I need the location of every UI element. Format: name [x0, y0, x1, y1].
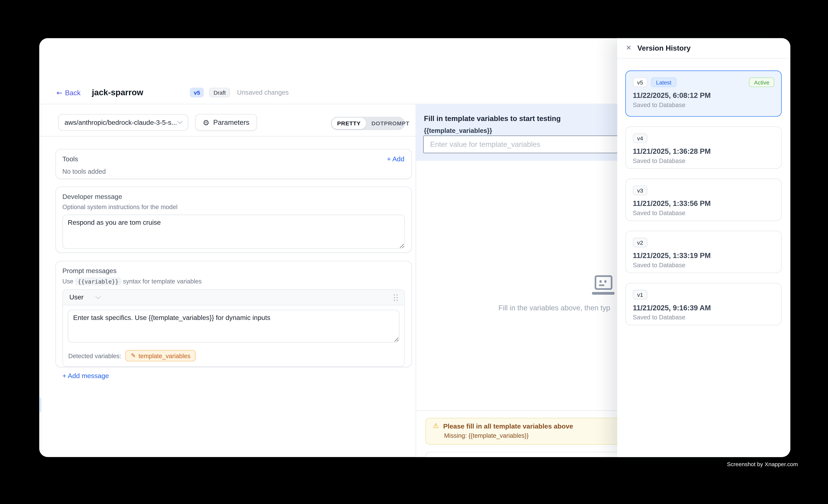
version-timestamp: 11/21/2025, 1:33:56 PM: [633, 200, 774, 208]
active-badge: Active: [749, 77, 774, 87]
subtitle-suffix: syntax for template variables: [123, 278, 202, 284]
version-card-v4[interactable]: v411/21/2025, 1:36:28 PMSaved to Databas…: [625, 126, 782, 169]
test-panel-title: Fill in template variables to start test…: [424, 115, 561, 123]
toggle-dotprompt[interactable]: DOTPROMPT: [366, 118, 415, 129]
tools-title: Tools: [62, 156, 405, 163]
toast-edge: [39, 397, 41, 412]
warning-icon: ⚠: [433, 423, 439, 429]
version-status: Saved to Database: [633, 210, 774, 216]
bot-icon: [592, 275, 615, 294]
detected-variable-badge[interactable]: ✎ template_variables: [126, 350, 196, 361]
title-row: ← Back jack-sparrow v5 Draft Unsaved cha…: [56, 85, 289, 99]
developer-message-textarea[interactable]: Respond as you are tom cruise: [62, 215, 405, 249]
page-title: jack-sparrow: [92, 88, 143, 97]
version-timestamp: 11/21/2025, 1:33:19 PM: [633, 252, 774, 260]
warning-title: Please fill in all template variables ab…: [443, 422, 573, 430]
unsaved-changes-text: Unsaved changes: [237, 89, 289, 96]
version-number-badge: v4: [633, 133, 647, 143]
version-card-v2[interactable]: v211/21/2025, 1:33:19 PMSaved to Databas…: [625, 231, 782, 273]
watermark-text: Screenshot by Xnapper.com: [727, 461, 798, 467]
version-badge: v5: [190, 88, 204, 97]
version-history-header: ✕ Version History: [617, 38, 790, 59]
chevron-down-icon: [177, 119, 182, 124]
latest-badge: Latest: [651, 77, 676, 87]
back-label: Back: [65, 88, 81, 96]
parameters-label: Parameters: [213, 118, 249, 126]
detected-variables-label: Detected variables:: [68, 352, 121, 359]
message-block: User Enter task specifics. Use {{templat…: [62, 289, 405, 367]
empty-state-text: Fill in the variables above, then typ: [498, 304, 610, 312]
prompt-messages-title: Prompt messages: [62, 267, 405, 275]
variable-syntax-token: {{variable}}: [75, 277, 121, 285]
message-textarea[interactable]: Enter task specifics. Use {{template_var…: [68, 310, 400, 342]
model-select-value: aws/anthropic/bedrock-claude-3-5-s...: [65, 119, 178, 126]
version-number-badge: v1: [633, 290, 647, 299]
toggle-pretty[interactable]: PRETTY: [332, 118, 366, 129]
version-status: Saved to Database: [633, 314, 774, 321]
version-timestamp: 11/22/2025, 6:08:12 PM: [633, 91, 774, 99]
role-select[interactable]: User: [70, 294, 100, 301]
model-select[interactable]: aws/anthropic/bedrock-claude-3-5-s...: [58, 114, 188, 131]
chevron-down-icon: [95, 294, 101, 299]
role-value: User: [70, 294, 84, 301]
message-body: Enter task specifics. Use {{template_var…: [63, 305, 404, 346]
parameters-button[interactable]: ⚙ Parameters: [195, 114, 257, 131]
detected-variables-row: Detected variables: ✎ template_variables: [63, 346, 404, 366]
subtitle-prefix: Use: [62, 278, 73, 284]
version-status: Saved to Database: [633, 158, 774, 164]
version-status: Saved to Database: [633, 262, 774, 268]
developer-message-subtitle: Optional system instructions for the mod…: [62, 204, 405, 210]
version-number-badge: v5: [633, 77, 647, 87]
version-timestamp: 11/21/2025, 1:36:28 PM: [633, 148, 774, 156]
toolbar-divider: [39, 136, 415, 137]
developer-message-card: Developer message Optional system instru…: [55, 186, 412, 253]
developer-message-title: Developer message: [62, 193, 405, 201]
version-history-title: Version History: [637, 44, 691, 52]
version-number-badge: v2: [633, 238, 647, 247]
gear-icon: ⚙: [203, 119, 209, 126]
drag-handle-icon[interactable]: [393, 294, 398, 301]
draft-badge: Draft: [209, 88, 230, 97]
back-arrow-icon: ←: [56, 88, 62, 96]
version-history-drawer: ✕ Version History v5LatestActive11/22/20…: [617, 38, 790, 457]
stage: ← Back jack-sparrow v5 Draft Unsaved cha…: [0, 0, 828, 504]
format-toggle: PRETTY DOTPROMPT: [331, 117, 405, 130]
add-tool-button[interactable]: + Add: [387, 156, 404, 163]
tools-card: Tools + Add No tools added: [55, 149, 412, 179]
version-card-v1[interactable]: v111/21/2025, 9:16:39 AMSaved to Databas…: [625, 283, 782, 325]
template-variable-label: {{template_variables}}: [424, 127, 492, 134]
version-status: Saved to Database: [633, 101, 774, 108]
version-card-v3[interactable]: v311/21/2025, 1:33:56 PMSaved to Databas…: [625, 179, 782, 221]
message-header: User: [63, 290, 404, 305]
version-list: v5LatestActive11/22/2025, 6:08:12 PMSave…: [625, 70, 782, 335]
version-number-badge: v3: [633, 185, 647, 195]
prompt-messages-subtitle: Use {{variable}} syntax for template var…: [62, 278, 405, 284]
detected-variable-name: template_variables: [138, 352, 191, 359]
back-button[interactable]: ← Back: [56, 88, 81, 96]
version-card-v5[interactable]: v5LatestActive11/22/2025, 6:08:12 PMSave…: [625, 70, 782, 117]
prompt-messages-card: Prompt messages Use {{variable}} syntax …: [55, 261, 412, 367]
close-icon[interactable]: ✕: [626, 45, 631, 51]
version-timestamp: 11/21/2025, 9:16:39 AM: [633, 304, 774, 312]
add-message-button[interactable]: + Add message: [62, 372, 405, 380]
tools-empty-text: No tools added: [62, 168, 405, 175]
pen-icon: ✎: [131, 352, 136, 359]
